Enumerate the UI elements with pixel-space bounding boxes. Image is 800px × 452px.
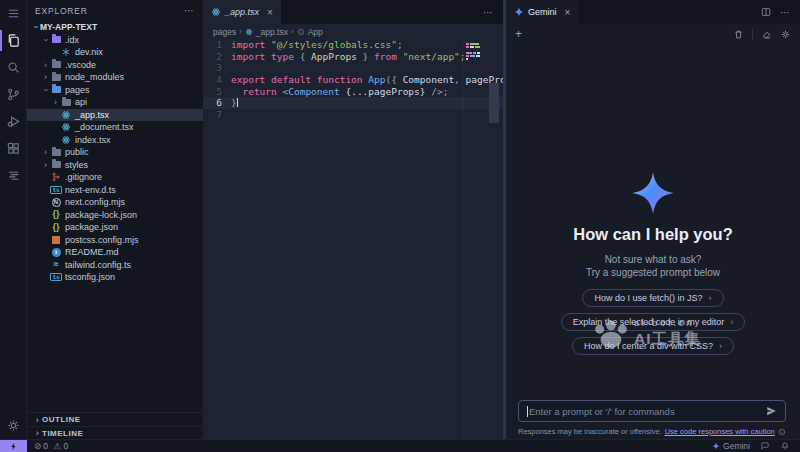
warning-icon: ⚠ <box>54 441 62 451</box>
ts-icon: ts <box>50 186 62 194</box>
root-folder-label: MY-APP-TEXT <box>40 22 97 32</box>
close-icon[interactable]: × <box>267 7 273 18</box>
scrollbar-thumb[interactable] <box>489 83 499 123</box>
code-line[interactable]: 4export default function App({ Component… <box>203 74 503 86</box>
section-outline[interactable]: › OUTLINE <box>27 413 203 426</box>
trash-icon[interactable] <box>733 29 744 40</box>
list-item[interactable]: _app.tsx <box>27 109 203 122</box>
file-label: api <box>75 97 87 107</box>
breadcrumb-item[interactable]: _app.tsx <box>256 27 288 37</box>
list-item[interactable]: _document.tsx <box>27 121 203 134</box>
file-label: package-lock.json <box>65 210 137 220</box>
tab-app-tsx[interactable]: _app.tsx × <box>203 0 282 24</box>
list-item[interactable]: {}package-lock.json <box>27 209 203 222</box>
line-number: 2 <box>203 51 231 63</box>
breadcrumb-item[interactable]: App <box>308 27 323 37</box>
folder-idx-icon <box>50 36 62 43</box>
sidebar-item-search[interactable] <box>0 54 26 81</box>
prompt-input[interactable]: Enter a prompt or '/' for commands <box>518 400 786 422</box>
list-item[interactable]: ≈tailwind.config.ts <box>27 259 203 272</box>
info-icon[interactable] <box>778 428 786 436</box>
chevron-down-icon: › <box>31 23 41 32</box>
code-line[interactable]: 7 <box>203 109 503 121</box>
list-item[interactable]: iREADME.md <box>27 246 203 259</box>
ts-icon: ts <box>50 273 62 281</box>
list-item[interactable]: ›public <box>27 146 203 159</box>
code-editor[interactable]: 1import "@/styles/globals.css";2import t… <box>203 39 503 439</box>
send-icon[interactable] <box>765 405 777 417</box>
file-label: _app.tsx <box>75 110 109 120</box>
chevron-right-icon: › <box>291 27 294 36</box>
gear-icon[interactable] <box>780 29 791 40</box>
nix-icon <box>60 47 72 57</box>
breadcrumb-item[interactable]: pages <box>213 27 236 37</box>
sidebar-item-run-debug[interactable] <box>0 108 26 135</box>
line-number: 1 <box>203 39 231 51</box>
list-item[interactable]: .gitignore <box>27 171 203 184</box>
tab-gemini[interactable]: Gemini × <box>506 0 579 24</box>
menu-icon[interactable] <box>0 0 26 27</box>
remote-indicator[interactable] <box>0 440 27 452</box>
list-item[interactable]: ›.idx <box>27 34 203 47</box>
search-icon <box>6 60 21 75</box>
tree-root[interactable]: › MY-APP-TEXT <box>27 21 203 34</box>
sidebar-item-extensions[interactable] <box>0 135 26 162</box>
caution-link[interactable]: Use code responses with caution <box>665 427 775 436</box>
suggested-prompt[interactable]: How do I center a div with CSS?› <box>572 337 734 355</box>
minimap[interactable] <box>462 39 483 439</box>
file-label: .idx <box>65 35 79 45</box>
close-icon[interactable]: × <box>565 7 571 18</box>
tailwind-icon: ≈ <box>50 260 62 269</box>
chevron-right-icon: › <box>709 293 712 303</box>
sidebar-item-source-control[interactable] <box>0 81 26 108</box>
gemini-status[interactable]: Gemini <box>712 441 750 451</box>
suggested-prompt[interactable]: Explain the selected code in my editor› <box>561 313 746 331</box>
sidebar-item-explorer[interactable] <box>0 27 26 54</box>
code-line[interactable]: 2import type { AppProps } from "next/app… <box>203 51 503 63</box>
postcss-icon <box>50 236 62 244</box>
chevron-down-icon: › <box>41 35 51 44</box>
eraser-icon[interactable] <box>761 29 772 40</box>
list-item[interactable]: Nnext.config.mjs <box>27 196 203 209</box>
list-item[interactable]: postcss.config.mjs <box>27 234 203 247</box>
code-line[interactable]: 6} <box>203 97 503 109</box>
new-chat-button[interactable]: + <box>515 27 522 41</box>
code-line[interactable]: 1import "@/styles/globals.css"; <box>203 39 503 51</box>
editor-group: _app.tsx × ⋯ pages › _app.tsx › App 1imp… <box>203 0 503 439</box>
list-item[interactable]: ›.vscode <box>27 59 203 72</box>
chevron-right-icon: › <box>41 72 50 82</box>
chevron-right-icon: › <box>41 60 50 70</box>
file-label: .vscode <box>65 60 96 70</box>
chevron-right-icon: › <box>719 341 722 351</box>
list-item[interactable]: ›api <box>27 96 203 109</box>
tab-label: _app.tsx <box>225 7 259 17</box>
file-label: node_modules <box>65 72 124 82</box>
feedback-icon[interactable] <box>760 441 770 451</box>
more-actions-icon[interactable]: ⋯ <box>483 7 494 18</box>
section-timeline[interactable]: › TIMELINE <box>27 426 203 439</box>
list-item[interactable]: index.tsx <box>27 134 203 147</box>
list-item[interactable]: {}package.json <box>27 221 203 234</box>
list-item[interactable]: tstsconfig.json <box>27 271 203 284</box>
file-label: pages <box>65 85 90 95</box>
problems-status[interactable]: ⊘0 ⚠0 <box>27 441 68 451</box>
list-item[interactable]: tsnext-env.d.ts <box>27 184 203 197</box>
chevron-right-icon: › <box>239 27 242 36</box>
split-editor-icon[interactable] <box>760 6 772 18</box>
settings-button[interactable] <box>0 412 26 439</box>
list-item[interactable]: dev.nix <box>27 46 203 59</box>
notifications-bell-icon[interactable] <box>780 441 790 451</box>
more-actions-icon[interactable]: ⋯ <box>780 7 791 18</box>
panel-tab-bar: Gemini × ⋯ <box>506 0 800 24</box>
chevron-right-icon: › <box>33 428 42 438</box>
more-actions-icon[interactable]: ⋯ <box>184 5 195 16</box>
suggested-prompt[interactable]: How do I use fetch() in JS?› <box>582 289 723 307</box>
folder-icon <box>60 99 72 106</box>
list-item[interactable]: ›pages <box>27 84 203 97</box>
code-line[interactable]: 3 <box>203 62 503 74</box>
list-item[interactable]: ›node_modules <box>27 71 203 84</box>
sidebar-item-idx[interactable] <box>0 162 26 189</box>
code-line[interactable]: 5 return <Component {...pageProps} />; <box>203 86 503 98</box>
file-tree: ›.idxdev.nix›.vscode›node_modules›pages›… <box>27 34 203 413</box>
list-item[interactable]: ›styles <box>27 159 203 172</box>
